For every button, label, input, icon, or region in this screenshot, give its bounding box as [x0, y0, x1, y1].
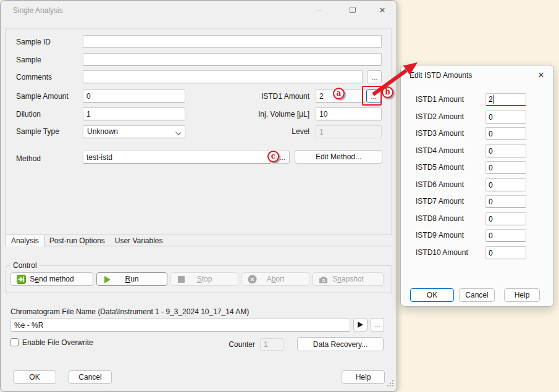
- desktop: Single Analysis ✕ Sample ID Sample Comme…: [0, 0, 559, 392]
- ok-button[interactable]: OK: [13, 370, 56, 384]
- send-method-icon: [17, 275, 26, 284]
- inj-volume-label: Inj. Volume [µL]: [240, 108, 309, 121]
- istd10-row-label: ISTD10 Amount: [416, 246, 468, 259]
- play-icon: [358, 322, 363, 328]
- window-title: Single Analysis: [13, 6, 63, 15]
- istd-row: ISTD9 Amount: [401, 229, 553, 242]
- file-name-browse-button[interactable]: ...: [371, 318, 384, 332]
- single-analysis-window: Single Analysis ✕ Sample ID Sample Comme…: [0, 0, 397, 392]
- edit-dialog-help-button[interactable]: Help: [504, 288, 540, 302]
- snapshot-button: Snapshot: [313, 272, 384, 286]
- istd1-browse-button[interactable]: ...: [366, 90, 381, 102]
- text-caret: [494, 95, 494, 104]
- minimize-icon[interactable]: [309, 3, 328, 17]
- istd1-row-input[interactable]: [485, 93, 526, 106]
- istd2-row-label: ISTD2 Amount: [416, 111, 464, 123]
- istd-row: ISTD2 Amount: [401, 111, 553, 123]
- sample-input[interactable]: [83, 53, 382, 66]
- enable-file-overwrite-label: Enable File Overwrite: [22, 336, 93, 349]
- snapshot-label: Snapshot: [332, 275, 364, 283]
- cancel-button[interactable]: Cancel: [69, 370, 112, 384]
- close-icon[interactable]: ✕: [373, 3, 392, 17]
- sample-type-label: Sample Type: [16, 125, 59, 138]
- istd-row: ISTD5 Amount: [401, 161, 553, 174]
- run-label: Run: [125, 275, 138, 283]
- istd-row: ISTD6 Amount: [401, 178, 553, 191]
- method-label: Method: [16, 152, 41, 165]
- inj-volume-input[interactable]: [316, 107, 382, 120]
- dilution-label: Dilution: [16, 108, 41, 121]
- istd6-row-label: ISTD6 Amount: [416, 178, 464, 191]
- istd8-row-input[interactable]: [485, 212, 526, 225]
- istd9-row-input[interactable]: [485, 229, 526, 242]
- sample-type-dropdown[interactable]: Unknown: [83, 125, 185, 138]
- tab-post-run-options[interactable]: Post-run Options: [44, 235, 110, 246]
- abort-icon: [248, 275, 257, 284]
- tab-user-variables[interactable]: User Variables: [110, 235, 168, 246]
- edit-dialog-ok-button[interactable]: OK: [410, 288, 454, 302]
- edit-istd-amounts-dialog: Edit ISTD Amounts ✕ ISTD1 Amount ISTD2 A…: [400, 65, 554, 307]
- run-button[interactable]: Run: [96, 272, 167, 286]
- edit-dialog-title: Edit ISTD Amounts: [410, 71, 472, 80]
- istd4-row-input[interactable]: [485, 144, 526, 157]
- istd1-amount-input[interactable]: [316, 90, 366, 102]
- istd3-row-input[interactable]: [485, 127, 526, 140]
- level-input: [316, 125, 382, 138]
- istd3-row-label: ISTD3 Amount: [416, 127, 464, 140]
- help-button[interactable]: Help: [342, 370, 385, 384]
- data-recovery-button[interactable]: Data Recovery...: [297, 337, 384, 351]
- istd7-row-input[interactable]: [485, 195, 526, 208]
- maximize-icon[interactable]: [343, 3, 362, 17]
- dilution-input[interactable]: [83, 107, 185, 120]
- istd-row: ISTD1 Amount: [401, 93, 553, 106]
- istd4-row-label: ISTD4 Amount: [416, 144, 464, 157]
- titlebar: Single Analysis ✕: [1, 1, 397, 20]
- abort-label: Abort: [267, 275, 285, 283]
- level-label: Level: [240, 125, 309, 138]
- tab-analysis[interactable]: Analysis: [6, 235, 44, 246]
- sample-amount-label: Sample Amount: [16, 90, 69, 103]
- stop-button: Stop: [170, 272, 238, 286]
- istd10-row-input[interactable]: [485, 246, 526, 259]
- sample-id-input[interactable]: [83, 35, 382, 48]
- comments-label: Comments: [16, 71, 52, 84]
- sample-type-value: Unknown: [87, 127, 118, 136]
- chevron-down-icon: [175, 130, 181, 135]
- run-icon: [103, 275, 112, 284]
- edit-dialog-close-icon[interactable]: ✕: [535, 69, 547, 81]
- abort-button: Abort: [242, 272, 309, 286]
- istd2-row-input[interactable]: [485, 111, 526, 123]
- send-method-button[interactable]: Send method: [11, 272, 93, 286]
- stop-icon: [177, 275, 186, 284]
- istd-row: ISTD8 Amount: [401, 212, 553, 225]
- counter-label: Counter: [211, 338, 255, 351]
- counter-input: [260, 338, 284, 351]
- sample-label: Sample: [16, 54, 41, 67]
- resize-grip[interactable]: [387, 380, 394, 389]
- chromatogram-file-name-label: Chromatogram File Name (Data\Instrument …: [11, 306, 249, 319]
- comments-browse-button[interactable]: ...: [367, 70, 382, 83]
- comments-input[interactable]: [83, 70, 363, 83]
- istd5-row-input[interactable]: [485, 161, 526, 174]
- istd1-row-label: ISTD1 Amount: [416, 93, 464, 106]
- method-input[interactable]: [83, 151, 271, 164]
- sample-id-label: Sample ID: [16, 36, 51, 49]
- stop-label: Stop: [197, 275, 212, 283]
- snapshot-camera-icon: [319, 275, 328, 284]
- istd-row: ISTD7 Amount: [401, 195, 553, 208]
- istd-row: ISTD4 Amount: [401, 144, 553, 157]
- edit-dialog-cancel-button[interactable]: Cancel: [459, 288, 495, 302]
- send-method-label: Send method: [30, 275, 74, 283]
- istd7-row-label: ISTD7 Amount: [416, 195, 464, 208]
- method-browse-button[interactable]: ...: [275, 151, 290, 164]
- edit-method-button[interactable]: Edit Method...: [295, 150, 382, 164]
- chromatogram-file-name-input[interactable]: [11, 319, 350, 332]
- istd6-row-input[interactable]: [485, 178, 526, 191]
- enable-file-overwrite-checkbox[interactable]: [11, 338, 19, 346]
- sample-amount-input[interactable]: [83, 90, 185, 102]
- istd-row: ISTD10 Amount: [401, 246, 553, 259]
- file-name-preview-button[interactable]: [353, 318, 368, 332]
- tab-bar: Analysis Post-run Options User Variables: [6, 235, 392, 246]
- control-legend: Control: [11, 261, 40, 270]
- istd-row: ISTD3 Amount: [401, 127, 553, 140]
